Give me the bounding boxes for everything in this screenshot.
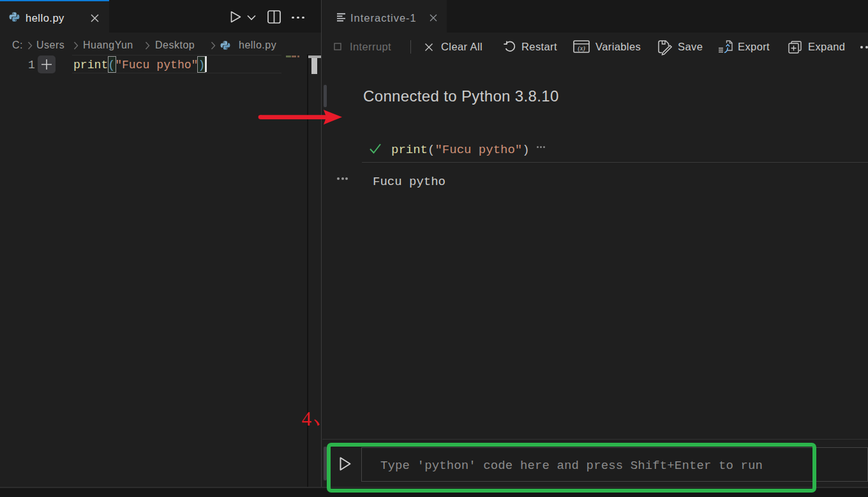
svg-text:(x): (x) xyxy=(578,45,585,52)
